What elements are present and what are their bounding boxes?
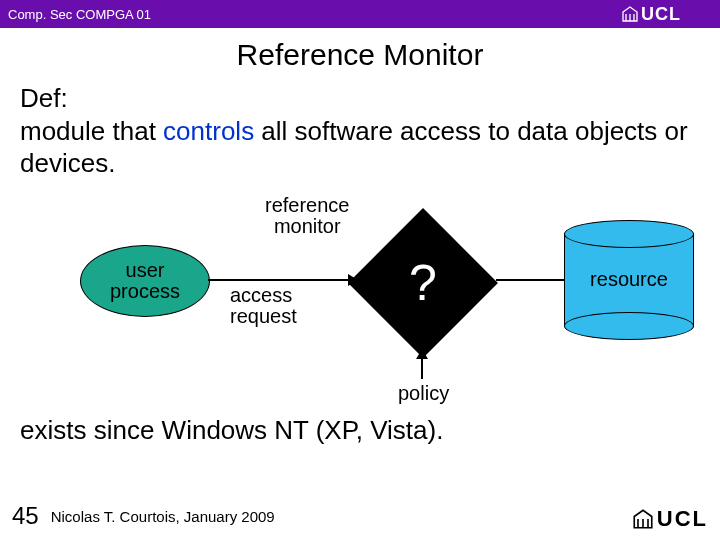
ref-l2: monitor [265, 216, 350, 237]
ucl-text: UCL [657, 506, 708, 532]
user-process-node: user process [80, 245, 210, 317]
user-l2: process [110, 281, 180, 302]
page-number: 45 [12, 502, 39, 530]
def-lead: Def: [20, 82, 700, 115]
definition-block: Def: module that controls all software a… [20, 82, 700, 180]
ucl-logo-top: UCL [622, 2, 712, 26]
arrow-monitor-to-resource [496, 279, 566, 281]
ref-l1: reference [265, 195, 350, 216]
ucl-logo-bottom: UCL [633, 506, 708, 532]
resource-label: resource [564, 268, 694, 291]
arrow-user-to-monitor [208, 279, 348, 281]
def-body: module that controls all software access… [20, 115, 700, 180]
since-text: exists since Windows NT (XP, Vista). [20, 415, 700, 446]
cylinder-top [564, 220, 694, 248]
user-l1: user [126, 260, 165, 281]
arrow-policy [421, 357, 423, 379]
author-text: Nicolas T. Courtois, January 2009 [51, 508, 275, 525]
slide-title: Reference Monitor [0, 38, 720, 72]
header-bar: Comp. Sec COMPGA 01 UCL [0, 0, 720, 28]
def-pre: module that [20, 116, 163, 146]
resource-node: resource [564, 220, 694, 340]
access-request-label: access request [230, 285, 297, 327]
decision-node: ? [348, 208, 498, 358]
access-l1: access [230, 285, 297, 306]
portico-icon [622, 6, 638, 22]
question-mark: ? [348, 208, 498, 358]
policy-label: policy [398, 382, 449, 405]
reference-monitor-label: reference monitor [265, 195, 350, 237]
arrowhead-up-icon [416, 349, 428, 359]
course-code: Comp. Sec COMPGA 01 [8, 7, 151, 22]
access-l2: request [230, 306, 297, 327]
footer: 45 Nicolas T. Courtois, January 2009 [0, 502, 720, 530]
cylinder-bottom [564, 312, 694, 340]
def-controls: controls [163, 116, 254, 146]
diagram: reference monitor user process access re… [10, 190, 710, 380]
portico-icon [633, 509, 653, 529]
ucl-text: UCL [641, 4, 681, 25]
